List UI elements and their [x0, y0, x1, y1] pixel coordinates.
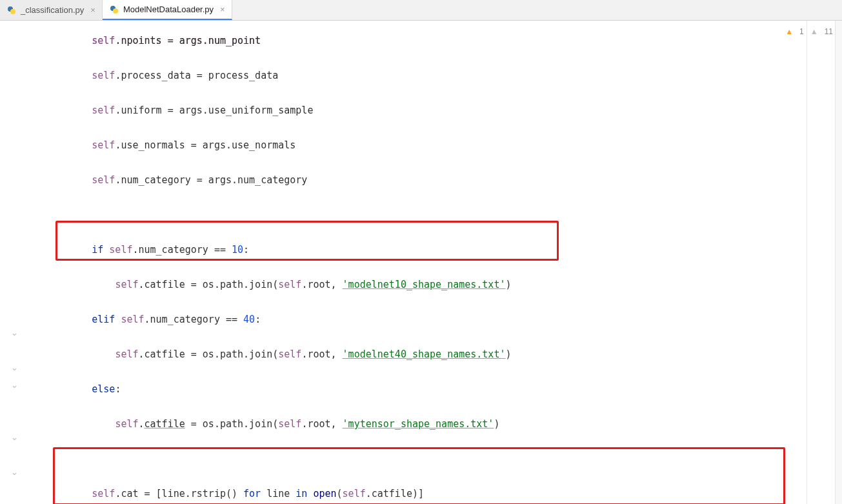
close-icon[interactable]: × [220, 5, 225, 14]
fold-icon[interactable]: ⌄ [11, 434, 17, 440]
svg-point-3 [113, 8, 118, 14]
warning-icon: ▲ [785, 27, 793, 36]
tab-label: ModelNetDataLoader.py [123, 5, 214, 14]
warning-count: 1 [799, 27, 804, 36]
editor[interactable]: ⌄ ⌄ ⌄ ⌄ ⌄ self.npoints = args.num_point … [0, 21, 842, 504]
editor-tabbar: _classification.py × ModelNetDataLoader.… [0, 0, 842, 21]
weak-warning-icon: ▲ [810, 27, 818, 36]
python-file-icon [109, 5, 119, 15]
inspection-widget[interactable]: ▲1 ▲11 [785, 27, 833, 36]
weak-warning-count: 11 [825, 27, 833, 36]
gutter: ⌄ ⌄ ⌄ ⌄ ⌄ [0, 21, 19, 504]
fold-icon[interactable]: ⌄ [11, 381, 17, 388]
code-area[interactable]: self.npoints = args.num_point self.npoin… [19, 21, 842, 504]
source-code-full[interactable]: self.npoints = args.num_point self.proce… [19, 32, 710, 504]
python-file-icon [6, 5, 17, 15]
svg-point-1 [10, 9, 15, 14]
fold-icon[interactable]: ⌄ [11, 329, 17, 336]
tab-modelnetdataloader[interactable]: ModelNetDataLoader.py × [103, 0, 232, 20]
tab-label: _classification.py [21, 5, 84, 15]
fold-icon[interactable]: ⌄ [11, 364, 17, 370]
close-icon[interactable]: × [90, 5, 95, 15]
right-margin-guide [807, 21, 807, 504]
fold-icon[interactable]: ⌄ [11, 469, 17, 475]
tab-classification[interactable]: _classification.py × [0, 0, 103, 20]
error-stripe[interactable] [835, 21, 842, 504]
